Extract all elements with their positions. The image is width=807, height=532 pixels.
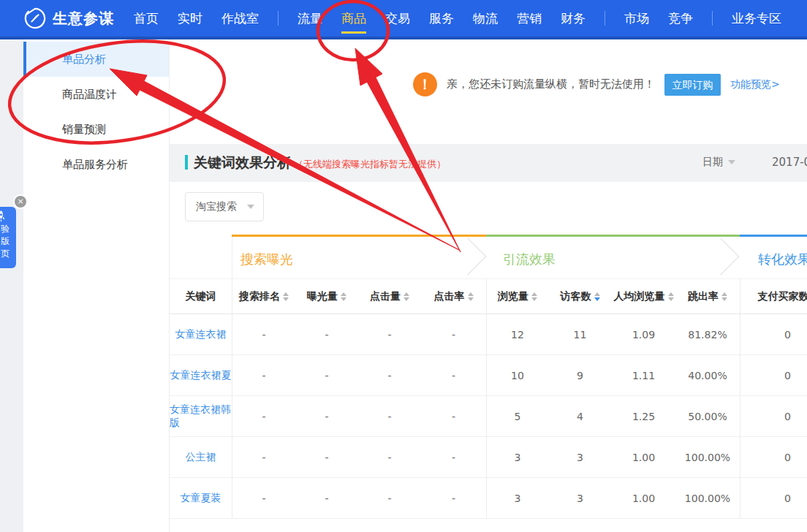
- table-cell: -: [232, 437, 295, 477]
- column-header-pageviews[interactable]: 浏览量: [486, 279, 548, 314]
- promo-badge-label: 体验新版首页: [0, 223, 11, 260]
- column-header-ctr[interactable]: 点击率: [421, 279, 486, 314]
- column-label: 点击率: [434, 290, 465, 303]
- nav-item-warroom[interactable]: 作战室: [221, 0, 259, 37]
- sidebar-item-sales-forecast[interactable]: 销量预测: [23, 112, 169, 147]
- sort-icon[interactable]: [668, 292, 674, 301]
- table-cell: -: [295, 355, 358, 395]
- table-cell: 0: [740, 355, 807, 395]
- feature-preview-link[interactable]: 功能预览>: [730, 78, 780, 91]
- sidebar-item-single-item-analysis[interactable]: 单品分析: [23, 42, 169, 77]
- table-row: 女童连衣裙 - - - - 12 11 1.09 81.82% 0: [170, 314, 807, 355]
- nav-item-goods[interactable]: 商品: [341, 0, 366, 37]
- table-cell: -: [358, 314, 421, 354]
- table-cell: -: [295, 396, 358, 436]
- keyword-link[interactable]: 公主裙: [170, 437, 232, 477]
- sort-icon[interactable]: [341, 292, 346, 301]
- date-filter-dropdown[interactable]: 日期: [702, 156, 735, 169]
- group-bar-conversion-effect: [740, 235, 807, 237]
- warning-icon: ！: [413, 72, 437, 96]
- column-header-clicks[interactable]: 点击量: [358, 279, 421, 314]
- table-cell: -: [421, 396, 486, 436]
- sort-icon[interactable]: [531, 292, 537, 301]
- table-cell: 5: [486, 396, 548, 436]
- table-cell: 0: [740, 314, 807, 354]
- table-cell: 81.82%: [675, 314, 740, 354]
- column-label: 关键词: [186, 290, 216, 303]
- table-row: 女童连衣裙夏 - - - - 10 9 1.11 40.00% 0: [170, 355, 807, 396]
- nav-item-service[interactable]: 服务: [429, 0, 454, 37]
- group-bar-traffic-effect: [486, 235, 740, 237]
- rocket-icon: [0, 210, 7, 223]
- nav-item-traffic[interactable]: 流量: [298, 0, 322, 37]
- keyword-link[interactable]: 女童连衣裙: [170, 314, 232, 354]
- column-header-search-rank[interactable]: 搜索排名: [232, 279, 295, 314]
- chevron-down-icon: [728, 160, 735, 164]
- new-version-promo-badge[interactable]: 体验新版首页: [0, 207, 16, 268]
- sort-icon[interactable]: [404, 292, 409, 301]
- table-cell: 100.00%: [675, 478, 740, 518]
- table-cell: -: [232, 314, 295, 354]
- table-cell: 1.00: [612, 478, 675, 518]
- nav-item-trade[interactable]: 交易: [385, 0, 410, 37]
- close-icon[interactable]: ×: [13, 194, 28, 209]
- column-label: 点击量: [370, 290, 401, 303]
- keyword-link[interactable]: 女童连衣裙韩版: [170, 396, 232, 436]
- table-cell: -: [295, 314, 358, 354]
- column-header-visitors[interactable]: 访客数: [548, 279, 612, 314]
- notice-text: 亲，您还未订购流量纵横，暂时无法使用！: [447, 77, 655, 91]
- nav-item-business-zone[interactable]: 业务专区: [732, 0, 781, 37]
- column-header-paid-buyers[interactable]: 支付买家数: [740, 279, 807, 314]
- table-cell: -: [295, 437, 358, 477]
- nav-item-finance[interactable]: 财务: [561, 0, 586, 37]
- table-cell: 3: [548, 478, 612, 518]
- nav-item-marketing[interactable]: 营销: [517, 0, 542, 37]
- order-now-button[interactable]: 立即订购: [664, 74, 721, 96]
- nav-item-home[interactable]: 首页: [134, 0, 159, 37]
- sidebar-item-single-item-service-analysis[interactable]: 单品服务分析: [23, 147, 169, 182]
- table-cell: -: [358, 396, 421, 436]
- group-chevron-divider: [450, 238, 487, 276]
- channel-select[interactable]: 淘宝搜索: [185, 192, 264, 221]
- sort-icon[interactable]: [468, 292, 474, 301]
- column-label: 搜索排名: [239, 290, 280, 303]
- table-cell: 3: [548, 437, 612, 477]
- chevron-down-icon: [247, 205, 254, 209]
- title-note: （无线端搜索曝光指标暂无法提供）: [294, 158, 446, 171]
- table-cell: 3: [486, 437, 548, 477]
- table-cell: -: [421, 314, 486, 354]
- table-cell: -: [295, 478, 358, 518]
- compass-logo-icon: [24, 7, 46, 29]
- sort-icon[interactable]: [594, 292, 600, 301]
- nav-item-logistics[interactable]: 物流: [473, 0, 498, 37]
- sort-icon[interactable]: [283, 292, 289, 301]
- nav-divider: [278, 11, 279, 26]
- sort-icon[interactable]: [721, 292, 727, 301]
- column-label: 人均浏览量: [614, 290, 665, 303]
- column-header-avg-pageviews[interactable]: 人均浏览量: [612, 279, 675, 314]
- keyword-link[interactable]: 女童夏装: [170, 478, 232, 518]
- group-label-conversion-effect: 转化效果: [758, 251, 807, 268]
- table-cell: 1.25: [612, 396, 675, 436]
- group-label-search-exposure: 搜索曝光: [240, 251, 293, 268]
- table-cell: 100.00%: [675, 437, 740, 477]
- page-title: 关键词效果分析: [194, 153, 291, 172]
- nav-item-market[interactable]: 市场: [624, 0, 649, 37]
- nav-menu: 首页 实时 作战室 流量 商品 交易 服务 物流 营销 财务 市场 竞争 业务专…: [134, 0, 781, 37]
- nav-item-competition[interactable]: 竞争: [668, 0, 693, 37]
- column-header-exposure[interactable]: 曝光量: [295, 279, 358, 314]
- table-header-row: 关键词 搜索排名 曝光量 点击量 点击率 浏览量 访客数 人均浏览量 跳出率 支…: [170, 279, 807, 314]
- table-cell: 0: [740, 478, 807, 518]
- sidebar-item-goods-thermometer[interactable]: 商品温度计: [23, 77, 169, 112]
- table-cell: 1.00: [612, 437, 675, 477]
- table-cell: -: [232, 355, 295, 395]
- table-cell: 40.00%: [675, 355, 740, 395]
- column-header-bounce-rate[interactable]: 跳出率: [675, 279, 740, 314]
- keyword-link[interactable]: 女童连衣裙夏: [170, 355, 232, 395]
- nav-item-realtime[interactable]: 实时: [178, 0, 202, 37]
- top-navigation: 生意参谋 首页 实时 作战室 流量 商品 交易 服务 物流 营销 财务 市场 竞…: [0, 0, 807, 39]
- subscription-notice: ！ 亲，您还未订购流量纵横，暂时无法使用！ 立即订购 功能预览>: [413, 72, 780, 96]
- channel-select-value: 淘宝搜索: [196, 200, 237, 213]
- table-cell: 50.00%: [675, 396, 740, 436]
- column-header-keyword: 关键词: [170, 279, 232, 314]
